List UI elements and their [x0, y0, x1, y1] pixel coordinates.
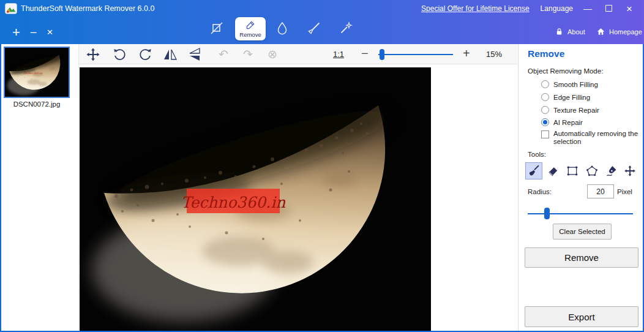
file-toolbar: + − ×: [12, 25, 53, 40]
cancel-icon[interactable]: ⊗: [265, 47, 280, 62]
radio-icon[interactable]: [541, 80, 549, 88]
minimize-button[interactable]: —: [582, 4, 594, 13]
panel-title: Remove: [528, 48, 564, 59]
radio-label: Smooth Filling: [553, 81, 598, 88]
window-border-left: [0, 44, 1, 332]
about-button[interactable]: About: [555, 27, 585, 36]
pencil-icon: [245, 20, 256, 31]
actual-size-button[interactable]: 1:1: [333, 50, 344, 59]
rotate-left-icon[interactable]: [112, 47, 127, 62]
radius-input[interactable]: [587, 184, 614, 198]
magic-wand-tool-button[interactable]: [339, 21, 353, 36]
homepage-button[interactable]: Homepage: [596, 27, 642, 36]
tool-eraser[interactable]: [545, 162, 562, 179]
titlebar-controls: Special Offer for Lifetime License Langu…: [421, 0, 635, 17]
redo-icon[interactable]: ↷: [241, 47, 255, 62]
radio-smooth-filling[interactable]: Smooth Filling: [541, 80, 598, 88]
app-window: ThunderSoft Watermark Remover 6.0.0 Spec…: [0, 0, 644, 332]
tab-remove[interactable]: Remove: [235, 17, 266, 40]
radio-label: Texture Repair: [553, 107, 599, 114]
zoom-out-button[interactable]: −: [361, 47, 369, 61]
move-icon: [624, 165, 636, 177]
thumbnail-filename: DSCN0072.jpg: [0, 100, 73, 108]
app-icon: [5, 2, 17, 15]
remove-button[interactable]: Remove: [525, 247, 638, 268]
radius-label: Radius:: [528, 188, 552, 195]
header-bar: ThunderSoft Watermark Remover 6.0.0 Spec…: [0, 0, 644, 44]
mode-group-label: Object Removing Mode:: [528, 67, 603, 75]
panel-divider: [518, 44, 519, 331]
undo-icon[interactable]: ↶: [216, 47, 231, 62]
tool-brush[interactable]: [525, 162, 542, 179]
radio-icon[interactable]: [541, 118, 549, 126]
color-remove-tool-button[interactable]: [275, 21, 290, 36]
clear-images-button[interactable]: ×: [47, 26, 53, 39]
crop-tool-button[interactable]: [209, 21, 224, 36]
tool-rectangle-select[interactable]: [564, 162, 581, 179]
rotate-right-icon[interactable]: [138, 47, 153, 62]
radius-slider-handle[interactable]: [544, 208, 550, 219]
radio-label: Edge Filling: [553, 94, 590, 101]
clear-selected-button[interactable]: Clear Selected: [553, 224, 612, 240]
brush-tool-button[interactable]: [307, 21, 321, 36]
homepage-label: Homepage: [609, 28, 642, 36]
zoom-level-value: 15%: [486, 50, 518, 59]
radio-ai-repair[interactable]: AI Repair: [541, 118, 583, 126]
zoom-slider-track[interactable]: [378, 54, 453, 55]
maximize-button[interactable]: [602, 4, 615, 13]
radius-slider-track[interactable]: [528, 213, 633, 214]
special-offer-link[interactable]: Special Offer for Lifetime License: [421, 4, 530, 13]
pen-icon: [605, 165, 618, 177]
rectangle-select-icon: [566, 165, 578, 177]
edited-image[interactable]: Techno360.in Techno360.in: [80, 67, 431, 331]
home-icon: [596, 27, 605, 36]
tool-pen[interactable]: [603, 162, 620, 179]
eraser-icon: [547, 165, 560, 177]
flip-vertical-icon[interactable]: [187, 47, 202, 62]
zoom-slider-handle[interactable]: [380, 49, 384, 60]
brush-icon: [528, 165, 540, 177]
checkbox-label: Automatically removing the selection: [553, 130, 644, 146]
tool-polygon-select[interactable]: [583, 162, 601, 179]
image-thumbnail-selected[interactable]: [4, 47, 70, 98]
window-title: ThunderSoft Watermark Remover 6.0.0: [21, 4, 154, 13]
lock-icon: [555, 27, 564, 36]
radio-edge-filling[interactable]: Edge Filling: [541, 93, 590, 101]
checkbox-icon[interactable]: [541, 130, 549, 138]
radio-texture-repair[interactable]: Texture Repair: [541, 106, 599, 114]
export-button[interactable]: Export: [525, 306, 638, 327]
watermark-text-overlay: Techno360.in: [181, 194, 286, 211]
remove-image-button[interactable]: −: [30, 26, 37, 40]
close-button[interactable]: ×: [623, 4, 635, 14]
radius-unit-label: Pixel: [617, 188, 632, 195]
zoom-in-button[interactable]: +: [463, 47, 470, 61]
tools-label: Tools:: [528, 151, 546, 158]
tab-remove-label: Remove: [239, 31, 261, 38]
pan-move-icon[interactable]: [86, 47, 100, 62]
radio-label: AI Repair: [553, 119, 583, 126]
flip-horizontal-icon[interactable]: [163, 47, 178, 62]
radio-icon[interactable]: [541, 106, 549, 114]
auto-remove-checkbox-row[interactable]: Automatically removing the selection: [541, 130, 644, 146]
thumbnail-image: [5, 48, 69, 97]
polygon-select-icon: [586, 165, 598, 177]
about-label: About: [567, 28, 585, 36]
tool-move[interactable]: [621, 162, 638, 179]
add-image-button[interactable]: +: [12, 25, 20, 40]
maximize-icon: [605, 5, 612, 12]
radio-icon[interactable]: [541, 93, 549, 101]
language-menu[interactable]: Language: [541, 4, 573, 13]
